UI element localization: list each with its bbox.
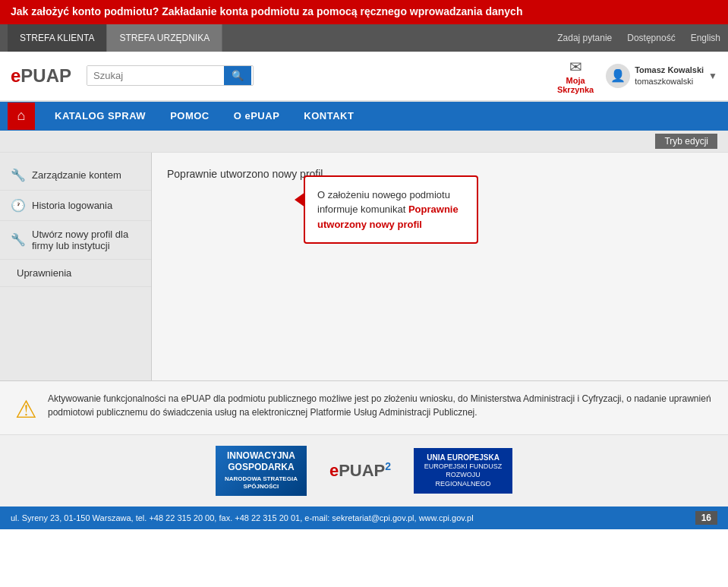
dropdown-arrow-icon: ▼ xyxy=(708,71,717,81)
user-name: Tomasz Kowalski xyxy=(635,65,704,75)
header: ePUAP 🔍 ✉ MojaSkrzynka 👤 Tomasz Kowalski… xyxy=(0,52,728,102)
inbox-icon: ✉ xyxy=(569,58,582,76)
inbox-label: MojaSkrzynka xyxy=(557,76,594,94)
edit-mode-button[interactable]: Tryb edycji xyxy=(655,134,717,149)
title-text: Jak założyć konto podmiotu? Zakładanie k… xyxy=(11,5,522,17)
sidebar-item-label: Utwórz nowy profil dla firmy lub instytu… xyxy=(32,229,140,251)
footer-logos: INNOWACYJNA GOSPODARKA NARODOWA STRATEGI… xyxy=(0,434,728,507)
clock-icon: 🕐 xyxy=(11,198,26,213)
warning-text: Aktywowanie funkcjonalności na ePUAP dla… xyxy=(48,392,713,419)
logo-eu: UNIA EUROPEJSKA EUROPEJSKI FUNDUSZ ROZWO… xyxy=(414,448,512,494)
search-bar: 🔍 xyxy=(87,65,254,86)
nav-o-epuap[interactable]: O ePUAP xyxy=(222,102,292,131)
sidebar-item-uprawnienia[interactable]: Uprawnienia xyxy=(0,260,151,287)
sidebar-item-label: Uprawnienia xyxy=(17,267,71,279)
title-bar: Jak założyć konto podmiotu? Zakładanie k… xyxy=(0,0,728,24)
page-number: 16 xyxy=(695,511,717,525)
top-nav-tabs: STREFA KLIENTA STREFA URZĘDNIKA xyxy=(8,24,222,52)
nav-pomoc[interactable]: POMOC xyxy=(158,102,222,131)
sidebar: 🔧 Zarządzanie kontem 🕐 Historia logowani… xyxy=(0,153,152,380)
avatar: 👤 xyxy=(606,64,630,88)
nav-items: KATALOG SPRAW POMOC O ePUAP KONTAKT xyxy=(43,102,366,131)
sidebar-item-label: Zarządzanie kontem xyxy=(32,169,121,181)
logo-epuap2: ePUAP2 xyxy=(329,460,391,481)
zadaj-pytanie-link[interactable]: Zadaj pytanie xyxy=(557,33,612,43)
epuap2-text: ePUAP2 xyxy=(329,460,391,481)
tab-strefa-klienta[interactable]: STREFA KLIENTA xyxy=(8,24,107,52)
warning-section: ⚠ Aktywowanie funkcjonalności na ePUAP d… xyxy=(0,380,728,434)
sidebar-item-historia[interactable]: 🕐 Historia logowania xyxy=(0,191,151,221)
inbox-area[interactable]: ✉ MojaSkrzynka xyxy=(557,58,594,94)
main-content: Poprawnie utworzono nowy profil. O założ… xyxy=(152,153,728,380)
dostepnosc-link[interactable]: Dostępność xyxy=(627,33,675,43)
header-right: ✉ MojaSkrzynka 👤 Tomasz Kowalski tomaszk… xyxy=(557,58,717,94)
edit-bar: Tryb edycji xyxy=(0,131,728,153)
home-icon: ⌂ xyxy=(17,108,26,124)
logo-text: ePUAP xyxy=(11,65,71,87)
eu-logo: UNIA EUROPEJSKA EUROPEJSKI FUNDUSZ ROZWO… xyxy=(414,448,512,494)
user-area[interactable]: 👤 Tomasz Kowalski tomaszkowalski ▼ xyxy=(606,64,717,88)
sidebar-item-label: Historia logowania xyxy=(32,200,112,211)
logo: ePUAP xyxy=(11,65,71,87)
home-button[interactable]: ⌂ xyxy=(8,103,35,130)
callout-box: O założeniu nowego podmiotu informuje ko… xyxy=(304,175,478,245)
top-nav-right: Zadaj pytanie Dostępność English xyxy=(557,33,720,43)
user-info: Tomasz Kowalski tomaszkowalski xyxy=(635,65,704,87)
footer-address: ul. Syreny 23, 01-150 Warszawa, tel. +48… xyxy=(11,513,474,522)
logo-innowacyjna: INNOWACYJNA GOSPODARKA NARODOWA STRATEGI… xyxy=(216,446,307,496)
nav-katalog-spraw[interactable]: KATALOG SPRAW xyxy=(43,102,158,131)
settings-icon: 🔧 xyxy=(11,232,26,247)
bottom-bar: ul. Syreny 23, 01-150 Warszawa, tel. +48… xyxy=(0,507,728,529)
sidebar-item-nowy-profil[interactable]: 🔧 Utwórz nowy profil dla firmy lub insty… xyxy=(0,221,151,260)
wrench-icon: 🔧 xyxy=(11,168,26,182)
user-login: tomaszkowalski xyxy=(635,76,704,87)
top-nav: STREFA KLIENTA STREFA URZĘDNIKA Zadaj py… xyxy=(0,24,728,52)
callout-arrow xyxy=(295,192,305,207)
content-area: 🔧 Zarządzanie kontem 🕐 Historia logowani… xyxy=(0,153,728,380)
sidebar-item-zarzadzanie[interactable]: 🔧 Zarządzanie kontem xyxy=(0,160,151,191)
warning-icon: ⚠ xyxy=(15,395,37,424)
search-input[interactable] xyxy=(87,66,224,85)
main-nav: ⌂ KATALOG SPRAW POMOC O ePUAP KONTAKT xyxy=(0,102,728,131)
innowacyjna-logo: INNOWACYJNA GOSPODARKA NARODOWA STRATEGI… xyxy=(216,446,307,496)
nav-kontakt[interactable]: KONTAKT xyxy=(292,102,366,131)
english-link[interactable]: English xyxy=(691,33,720,43)
search-button[interactable]: 🔍 xyxy=(224,66,251,85)
tab-strefa-urzednika[interactable]: STREFA URZĘDNIKA xyxy=(107,24,222,52)
